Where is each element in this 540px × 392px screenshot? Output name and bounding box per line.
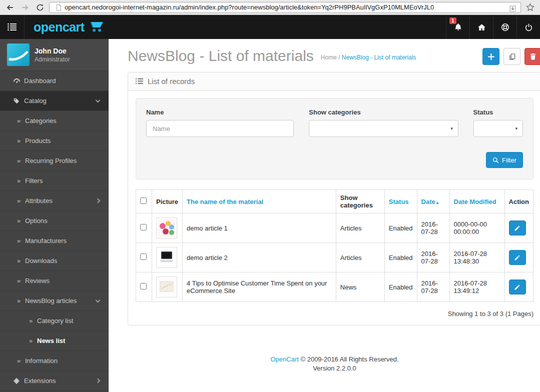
sidebar-item-categories[interactable]: » Categories bbox=[0, 111, 109, 131]
main-content: NewsBlog - List of materials Home / News… bbox=[109, 39, 540, 392]
article-categories: Articles bbox=[336, 214, 384, 243]
sidebar-item-label: Downloads bbox=[25, 257, 57, 264]
sidebar-item-category-list[interactable]: » Category list bbox=[0, 311, 109, 331]
pencil-icon bbox=[514, 284, 520, 290]
sidebar-item-label: Information bbox=[25, 357, 58, 364]
sidebar-item-products[interactable]: » Products bbox=[0, 131, 109, 151]
col-modified-sort-link[interactable]: Date Modified bbox=[454, 198, 496, 206]
sidebar-item-information[interactable]: » Information bbox=[0, 351, 109, 371]
row-checkbox[interactable] bbox=[140, 254, 147, 260]
chevron-down-icon bbox=[96, 98, 101, 102]
filter-categories-select[interactable] bbox=[309, 120, 458, 137]
footer-opencart-link[interactable]: OpenCart bbox=[270, 356, 298, 363]
filter-categories-label: Show categories bbox=[309, 108, 458, 116]
forward-icon[interactable] bbox=[19, 2, 31, 13]
panel-heading: List of records bbox=[128, 72, 540, 90]
sidebar-item-recurring-profiles[interactable]: » Recurring Profiles bbox=[0, 151, 109, 171]
notification-badge: 1 bbox=[449, 18, 456, 24]
pencil-icon bbox=[514, 254, 520, 261]
address-bar[interactable]: opencart.nedorogoi-internet-magazin.ru/a… bbox=[49, 2, 521, 13]
sidebar-item-manufacturers[interactable]: » Manufacturers bbox=[0, 231, 109, 251]
search-icon bbox=[492, 157, 499, 164]
angle-double-right-icon: » bbox=[17, 197, 25, 204]
plus-icon bbox=[488, 54, 494, 60]
angle-double-right-icon: » bbox=[29, 337, 37, 344]
filter-name-input[interactable] bbox=[146, 120, 294, 137]
sidebar: John Doe Administrator Dashboard Catalog… bbox=[0, 39, 109, 392]
article-date: 2016-07-28 bbox=[417, 272, 449, 302]
article-thumbnail bbox=[156, 276, 177, 298]
breadcrumb-current-link[interactable]: NewsBlog - List of materials bbox=[342, 54, 416, 61]
sidebar-item-filters[interactable]: » Filters bbox=[0, 171, 109, 191]
opencart-cart-icon bbox=[87, 20, 105, 34]
angle-double-right-icon: » bbox=[17, 357, 25, 364]
menu-toggle-button[interactable] bbox=[0, 15, 25, 39]
sidebar-item-newsblog-articles[interactable]: » NewsBlog articles bbox=[0, 291, 109, 311]
sidebar-item-label: Products bbox=[25, 137, 51, 144]
edit-button[interactable] bbox=[509, 280, 526, 294]
sidebar-item-reviews[interactable]: » Reviews bbox=[0, 271, 109, 291]
help-button[interactable] bbox=[493, 15, 516, 39]
sidebar-item-news-list[interactable]: » News list bbox=[0, 331, 109, 351]
reload-icon[interactable] bbox=[34, 2, 46, 13]
panel-title: List of records bbox=[148, 77, 195, 86]
breadcrumb: Home / NewsBlog - List of materials bbox=[321, 54, 416, 61]
col-action: Action bbox=[504, 190, 533, 214]
article-categories: News bbox=[336, 272, 384, 302]
chevron-right-icon bbox=[96, 198, 101, 204]
article-thumbnail bbox=[156, 218, 177, 238]
opencart-logo[interactable]: opencart bbox=[34, 15, 105, 39]
store-home-button[interactable] bbox=[469, 15, 493, 39]
filter-button[interactable]: Filter bbox=[486, 152, 523, 168]
footer-copyright: © 2009-2016 All Rights Reserved. bbox=[300, 356, 398, 363]
chevron-down-icon bbox=[96, 298, 101, 302]
bookmark-star-icon[interactable] bbox=[524, 2, 536, 13]
filter-status-select[interactable] bbox=[473, 120, 523, 137]
sidebar-item-downloads[interactable]: » Downloads bbox=[0, 251, 109, 271]
select-all-checkbox[interactable] bbox=[140, 198, 147, 204]
alerts-button[interactable]: 1 bbox=[446, 15, 469, 39]
breadcrumb-home-link[interactable]: Home bbox=[321, 54, 337, 61]
edit-button[interactable] bbox=[509, 250, 526, 265]
sidebar-item-label: Options bbox=[25, 217, 48, 224]
list-panel: List of records Name Show categories bbox=[128, 72, 540, 326]
url-text: opencart.nedorogoi-internet-magazin.ru/a… bbox=[65, 4, 517, 11]
row-checkbox[interactable] bbox=[140, 224, 147, 230]
delete-button[interactable] bbox=[524, 48, 540, 65]
sidebar-item-dashboard[interactable]: Dashboard bbox=[0, 71, 109, 91]
edit-button[interactable] bbox=[509, 220, 526, 236]
logout-button[interactable] bbox=[516, 15, 540, 39]
footer-version: Version 2.2.0.0 bbox=[128, 364, 540, 372]
col-date-sort-link[interactable]: Date bbox=[421, 198, 435, 206]
sidebar-item-label: Attributes bbox=[25, 197, 53, 204]
header-actions: 1 bbox=[446, 15, 540, 39]
records-table: Picture The name of the material Show ca… bbox=[136, 190, 533, 302]
sidebar-item-label: Catalog bbox=[24, 97, 47, 104]
sidebar-item-label: Dashboard bbox=[24, 77, 56, 84]
dashboard-icon bbox=[13, 78, 24, 84]
sidebar-item-label: Extensions bbox=[24, 377, 56, 384]
sidebar-item-label: Category list bbox=[37, 317, 73, 324]
table-row: 4 Tips to Optimise Customer Time Spent o… bbox=[136, 272, 533, 302]
col-status-sort-link[interactable]: Status bbox=[389, 198, 409, 206]
table-header-row: Picture The name of the material Show ca… bbox=[136, 190, 533, 214]
add-new-button[interactable] bbox=[482, 48, 499, 65]
power-icon bbox=[524, 23, 533, 32]
browser-toolbar: opencart.nedorogoi-internet-magazin.ru/a… bbox=[0, 0, 540, 15]
sidebar-item-options[interactable]: » Options bbox=[0, 211, 109, 231]
angle-double-right-icon: » bbox=[17, 117, 25, 124]
sidebar-item-attributes[interactable]: » Attributes bbox=[0, 191, 109, 211]
angle-double-right-icon: » bbox=[17, 157, 25, 164]
save-page-icon[interactable] bbox=[506, 4, 518, 13]
sidebar-item-catalog[interactable]: Catalog bbox=[0, 91, 109, 111]
article-status: Enabled bbox=[384, 272, 417, 302]
filter-status-label: Status bbox=[473, 108, 523, 116]
sidebar-menu: Dashboard Catalog » Categories » Product… bbox=[0, 71, 109, 391]
puzzle-icon bbox=[13, 378, 24, 384]
col-name-sort-link[interactable]: The name of the material bbox=[187, 198, 263, 206]
copy-button[interactable] bbox=[503, 48, 520, 65]
sidebar-item-extensions[interactable]: Extensions bbox=[0, 371, 109, 391]
angle-double-right-icon: » bbox=[17, 297, 25, 304]
row-checkbox[interactable] bbox=[140, 283, 147, 290]
back-icon[interactable] bbox=[4, 2, 16, 13]
